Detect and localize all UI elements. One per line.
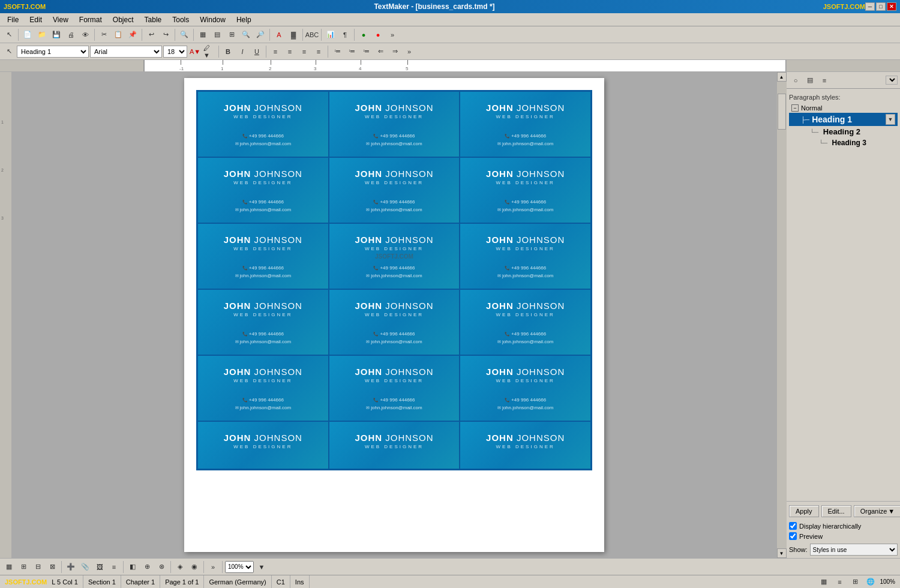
tb-more-btn[interactable]: » [386,28,399,41]
style-item-normal[interactable]: − Normal [789,103,898,113]
bt-insert1-btn[interactable]: ➕ [64,560,77,574]
style-item-heading2[interactable]: └─ Heading 2 [789,126,898,137]
display-hierarchically-checkbox[interactable] [789,522,797,530]
rp-icon3-btn[interactable]: ≡ [818,74,831,87]
sb-view1-btn[interactable]: ▦ [817,575,830,589]
tb-save-btn[interactable]: 💾 [50,28,63,41]
tb-view1-btn[interactable]: ▦ [196,28,209,41]
bt-format3-btn[interactable]: ⊗ [155,560,168,574]
scroll-down-btn[interactable]: ▼ [777,548,787,558]
tb-list3-btn[interactable]: ≔ [359,45,373,58]
tb-mode-btn[interactable]: ↖ [2,28,16,41]
bt-more-btn[interactable]: » [206,560,220,574]
tb-font-color2-btn[interactable]: A▼ [188,45,202,58]
menu-window[interactable]: Window [195,14,230,25]
bt-table3-btn[interactable]: ⊠ [46,560,59,574]
tb-red-btn[interactable]: ● [371,28,385,41]
tb-font-color-btn[interactable]: A [272,28,286,41]
organize-button[interactable]: Organize ▼ [854,505,900,517]
normal-expand-icon[interactable]: − [791,104,799,112]
tb-redo-btn[interactable]: ↪ [159,28,172,41]
menu-edit[interactable]: Edit [25,14,47,25]
preview-checkbox[interactable] [789,532,797,540]
tb-highlight2-btn[interactable]: 🖊▼ [203,45,216,58]
bt-insert2-btn[interactable]: 📎 [79,560,92,574]
tb-new-btn[interactable]: 📄 [21,28,34,41]
maximize-button[interactable]: □ [876,2,886,11]
bt-format2-btn[interactable]: ⊕ [140,560,154,574]
bt-insert3-btn[interactable]: 🖼 [93,560,106,574]
scroll-thumb[interactable] [778,94,786,130]
tb-chart-btn[interactable]: 📊 [324,28,337,41]
heading1-dropdown-arrow[interactable]: ▼ [886,114,895,125]
minimize-button[interactable]: ─ [865,2,875,11]
bt-sep4 [203,561,204,573]
menu-view[interactable]: View [48,14,73,25]
tb-find-btn[interactable]: 🔍 [178,28,191,41]
edit-button[interactable]: Edit... [821,505,851,517]
tb-preview-btn[interactable]: 👁 [79,28,92,41]
menu-object[interactable]: Object [108,14,139,25]
tb-view2-btn[interactable]: ▤ [211,28,224,41]
tb-cursor-btn[interactable]: ↖ [2,45,16,58]
tb-align-justify-btn[interactable]: ≡ [312,45,325,58]
card-phone: +49 996 444666 [210,265,316,272]
tb-copy-btn[interactable]: 📋 [112,28,125,41]
bt-zoom-select[interactable]: 100% 75% 50% [225,561,254,573]
font-select[interactable]: Arial [90,46,162,58]
tb-paste-btn[interactable]: 📌 [126,28,139,41]
tb-undo-btn[interactable]: ↩ [145,28,158,41]
menu-table[interactable]: Table [140,14,167,25]
tb-indent-inc-btn[interactable]: ⇒ [388,45,401,58]
menu-file[interactable]: File [2,14,23,25]
menu-help[interactable]: Help [232,14,256,25]
bt-obj2-btn[interactable]: ◉ [188,560,201,574]
tb-print-btn[interactable]: 🖨 [64,28,77,41]
tb-align-center-btn[interactable]: ≡ [283,45,296,58]
tb-list2-btn[interactable]: ≔ [345,45,358,58]
tb-list1-btn[interactable]: ≔ [331,45,344,58]
tb-align-right-btn[interactable]: ≡ [298,45,311,58]
tb-cut-btn[interactable]: ✂ [97,28,110,41]
apply-button[interactable]: Apply [789,505,819,517]
tb-highlight-btn[interactable]: ▓ [287,28,300,41]
tb-spell-btn[interactable]: ABC [305,28,319,41]
rp-view-select[interactable] [886,76,898,85]
sb-view2-btn[interactable]: ≡ [833,575,846,589]
tb-para-btn[interactable]: ¶ [338,28,352,41]
menu-tools[interactable]: Tools [167,14,194,25]
style-item-heading3[interactable]: └─ Heading 3 [789,137,898,148]
bt-table1-btn[interactable]: ⊞ [17,560,30,574]
scroll-track[interactable] [777,82,787,548]
bt-insert4-btn[interactable]: ≡ [107,560,121,574]
bt-view1-btn[interactable]: ▦ [2,560,16,574]
bt-format1-btn[interactable]: ◧ [126,560,139,574]
bt-obj1-btn[interactable]: ◈ [173,560,187,574]
bt-table2-btn[interactable]: ⊟ [31,560,44,574]
tb-more2-btn[interactable]: » [403,45,416,58]
tb-zoom-in-btn[interactable]: 🔎 [254,28,267,41]
tb-indent-dec-btn[interactable]: ⇐ [374,45,387,58]
bt-zoom-dd-btn[interactable]: ▼ [255,560,268,574]
tb-open-btn[interactable]: 📁 [35,28,49,41]
tb-bold-btn[interactable]: B [221,45,235,58]
document-area[interactable]: JOHN JOHNSON WEB DESIGNER +49 996 444666… [12,72,776,558]
rp-icon2-btn[interactable]: ▤ [803,74,817,87]
tb-view3-btn[interactable]: ⊞ [225,28,238,41]
tb-underline-btn[interactable]: U [250,45,263,58]
paragraph-style-select[interactable]: Heading 1 Normal Heading 2 Heading 3 [17,46,89,58]
card-email: john.johnson@mail.com [472,140,578,148]
menu-format[interactable]: Format [74,14,107,25]
close-button[interactable]: ✕ [887,2,896,11]
tb-zoom-out-btn[interactable]: 🔍 [239,28,253,41]
tb-align-left-btn[interactable]: ≡ [269,45,282,58]
show-select[interactable]: Styles in use All styles [810,544,898,556]
tb-italic-btn[interactable]: I [236,45,249,58]
scroll-up-btn[interactable]: ▲ [777,72,787,82]
tb-green-btn[interactable]: ● [357,28,370,41]
font-size-select[interactable]: 18 [163,46,187,58]
rp-icon1-btn[interactable]: ○ [789,74,802,87]
sb-view3-btn[interactable]: ⊞ [848,575,862,589]
sb-globe-btn[interactable]: 🌐 [864,575,877,589]
style-item-heading1[interactable]: ├─ Heading 1 ▼ [789,113,898,126]
